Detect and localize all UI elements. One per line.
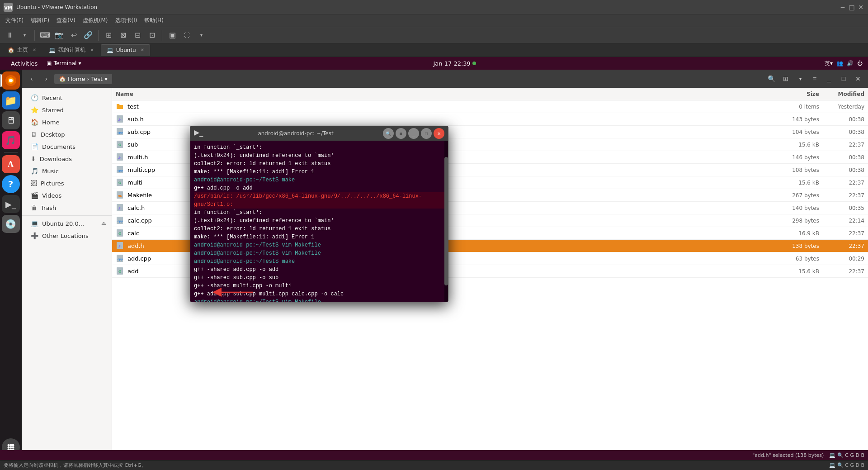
file-modified: 00:38	[819, 167, 864, 173]
terminal-menu-button[interactable]: ≡	[396, 128, 406, 139]
sidebar-item-starred[interactable]: ⭐ Starred	[24, 104, 110, 116]
tab-home[interactable]: 🏠 主页 ✕	[2, 44, 42, 56]
toolbar-split2[interactable]: ⊠	[117, 29, 129, 42]
terminal-line: android@android-pc:~/Test$ vim Makefile	[194, 241, 444, 249]
file-modified: 22:37	[819, 192, 864, 199]
menu-edit[interactable]: 编辑(E)	[27, 15, 53, 26]
toolbar-revert[interactable]: ↩	[67, 29, 80, 42]
sidebar-item-ubuntu[interactable]: 💻 Ubuntu 20.0... ⏏	[24, 218, 110, 229]
tab-home-icon: 🏠	[8, 47, 14, 53]
col-size: Size	[765, 91, 819, 97]
fm-menu-button[interactable]: ≡	[808, 72, 821, 85]
table-row[interactable]: .h sub.h 143 bytes 00:38	[112, 113, 868, 126]
file-modified: 22:14	[819, 218, 864, 224]
vm-wrapper: VM Ubuntu - VMware Workstation ─ □ ✕ 文件(…	[0, 0, 868, 470]
file-type-icon: .cpp	[116, 254, 125, 263]
dock-files[interactable]: 📁	[2, 91, 20, 109]
sidebar-starred-label: Starred	[42, 107, 64, 114]
toolbar-split4[interactable]: ⊡	[146, 29, 158, 42]
sidebar-item-other-locations[interactable]: ➕ Other Locations	[24, 230, 110, 242]
table-row[interactable]: test 0 items Yesterday	[112, 100, 868, 113]
path-dropdown-icon[interactable]: ▾	[104, 76, 108, 82]
tab-mycomputer[interactable]: 💻 我的计算机 ✕	[43, 44, 99, 56]
dock-dvd[interactable]: 💿	[2, 215, 20, 233]
menu-file[interactable]: 文件(F)	[2, 15, 27, 26]
terminal-search-button[interactable]: 🔍	[383, 128, 394, 139]
restore-button[interactable]: □	[848, 4, 855, 11]
minimize-button[interactable]: ─	[839, 4, 846, 11]
tab-ubuntu-close[interactable]: ✕	[141, 47, 144, 52]
terminal-minimize-button[interactable]: _	[408, 128, 419, 139]
toolbar-send-keys[interactable]: ⌨	[38, 29, 51, 42]
eject-icon[interactable]: ⏏	[101, 220, 106, 227]
dock-software[interactable]: A	[2, 155, 20, 173]
tab-ubuntu[interactable]: 💻 Ubuntu ✕	[101, 44, 150, 56]
sidebar-item-desktop[interactable]: 🖥 Desktop	[24, 128, 110, 140]
svg-text:.h: .h	[118, 156, 122, 160]
col-name: Name	[116, 91, 765, 97]
toolbar-dropdown[interactable]: ▾	[18, 29, 31, 42]
fm-forward-button[interactable]: ›	[40, 72, 52, 85]
terminal-maximize-button[interactable]: □	[421, 128, 432, 139]
volume-icon[interactable]: 🔊	[847, 60, 854, 66]
fm-view-button[interactable]: ⊞	[779, 72, 792, 85]
panel-datetime[interactable]: Jan 17 22:39	[85, 60, 825, 67]
file-size: 138 bytes	[765, 243, 819, 249]
file-modified: 00:35	[819, 205, 864, 211]
toolbar-split3[interactable]: ⊟	[131, 29, 144, 42]
fm-minimize-button[interactable]: _	[823, 72, 835, 85]
svg-point-5	[7, 444, 9, 446]
toolbar-console[interactable]: ▣	[166, 29, 179, 42]
trash-icon: 🗑	[31, 204, 37, 211]
menu-tab[interactable]: 选项卡(I)	[112, 15, 141, 26]
activities-button[interactable]: Activities	[5, 60, 43, 67]
sidebar-item-documents[interactable]: 📄 Documents	[24, 141, 110, 152]
toolbar-pause-btn[interactable]: ⏸	[4, 29, 16, 42]
sidebar-item-trash[interactable]: 🗑 Trash	[24, 202, 110, 214]
toolbar-shared[interactable]: 🔗	[82, 29, 94, 42]
svg-text:.h: .h	[118, 245, 122, 248]
dock-rhythmbox[interactable]: 🎵	[2, 131, 20, 149]
close-button[interactable]: ✕	[857, 4, 864, 11]
terminal-window: ▶_ android@android-pc: ~/Test 🔍 ≡ _ □ ✕ …	[190, 126, 448, 302]
dock-terminal[interactable]: ▶_	[2, 195, 20, 213]
fm-view-dropdown[interactable]: ▾	[794, 72, 807, 85]
terminal-scrollbar-thumb[interactable]	[444, 157, 448, 286]
menu-view[interactable]: 查看(V)	[53, 15, 79, 26]
sidebar-item-home[interactable]: 🏠 Home	[24, 116, 110, 128]
terminal-line: in function `_start':	[194, 143, 444, 152]
fm-back-button[interactable]: ‹	[25, 72, 38, 85]
sidebar-item-recent[interactable]: 🕐 Recent	[24, 92, 110, 104]
lang-indicator[interactable]: 英▾	[825, 60, 833, 67]
terminal-indicator[interactable]: ▣ Terminal ▾	[43, 60, 85, 66]
tab-ubuntu-label: Ubuntu	[116, 47, 136, 53]
menu-vm[interactable]: 虚拟机(M)	[79, 15, 112, 26]
dock-firefox[interactable]	[2, 71, 20, 90]
tab-home-close[interactable]: ✕	[33, 47, 36, 52]
sidebar-item-videos[interactable]: 🎬 Videos	[24, 190, 110, 201]
power-icon[interactable]: ⏻	[857, 60, 863, 66]
terminal-close-button[interactable]: ✕	[434, 128, 444, 139]
terminal-body[interactable]: in function `_start':(.text+0x24): undef…	[190, 141, 448, 302]
toolbar-fullscreen[interactable]: ⛶	[180, 29, 193, 42]
menu-help[interactable]: 帮助(H)	[141, 15, 167, 26]
terminal-scrollbar[interactable]	[444, 141, 448, 302]
sidebar-item-pictures[interactable]: 🖼 Pictures	[24, 177, 110, 189]
toolbar-fullscreen-dropdown[interactable]: ▾	[195, 29, 208, 42]
fm-path-bar[interactable]: 🏠 Home › Test ▾	[54, 74, 112, 84]
sidebar-desktop-label: Desktop	[41, 131, 65, 138]
toolbar-split[interactable]: ⊞	[102, 29, 115, 42]
network-icon[interactable]: 👥	[836, 60, 843, 66]
svg-text:⚙: ⚙	[118, 181, 121, 185]
dock-help[interactable]: ?	[2, 175, 20, 193]
terminal-line: android@android-pc:~/Test$ vim Makefile	[194, 298, 444, 302]
fm-close-button[interactable]: ✕	[852, 72, 864, 85]
dock-desktop[interactable]: 🖥	[2, 111, 20, 129]
terminal-line: make: *** [Makefile:11: add1] Error 1	[194, 168, 444, 176]
toolbar-snapshot[interactable]: 📷	[53, 29, 66, 42]
tab-mycomputer-close[interactable]: ✕	[90, 47, 94, 52]
sidebar-item-music[interactable]: 🎵 Music	[24, 165, 110, 177]
fm-search-button[interactable]: 🔍	[765, 72, 778, 85]
sidebar-item-downloads[interactable]: ⬇ Downloads	[24, 153, 110, 165]
fm-maximize-button[interactable]: □	[837, 72, 850, 85]
